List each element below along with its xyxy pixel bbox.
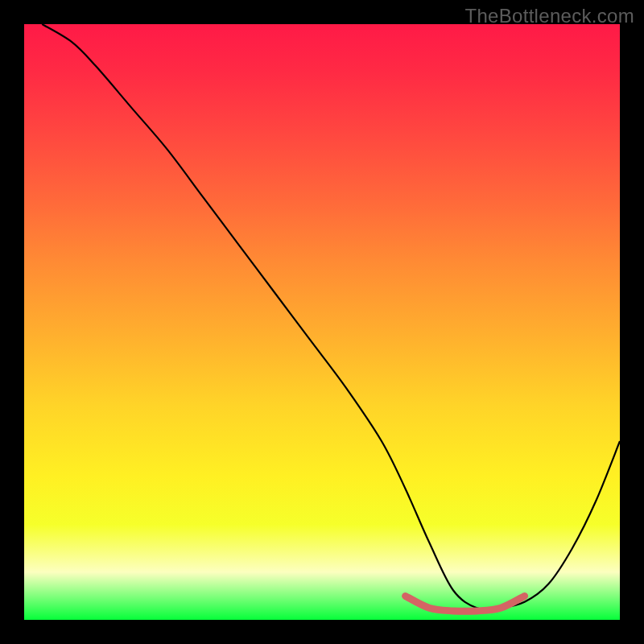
watermark-label: TheBottleneck.com [464, 5, 634, 27]
bottleneck-curve [42, 24, 620, 609]
curve-layer [24, 24, 620, 620]
chart-frame: TheBottleneck.com [0, 0, 644, 644]
optimal-range-marker [406, 596, 525, 611]
plot-area [24, 24, 620, 620]
